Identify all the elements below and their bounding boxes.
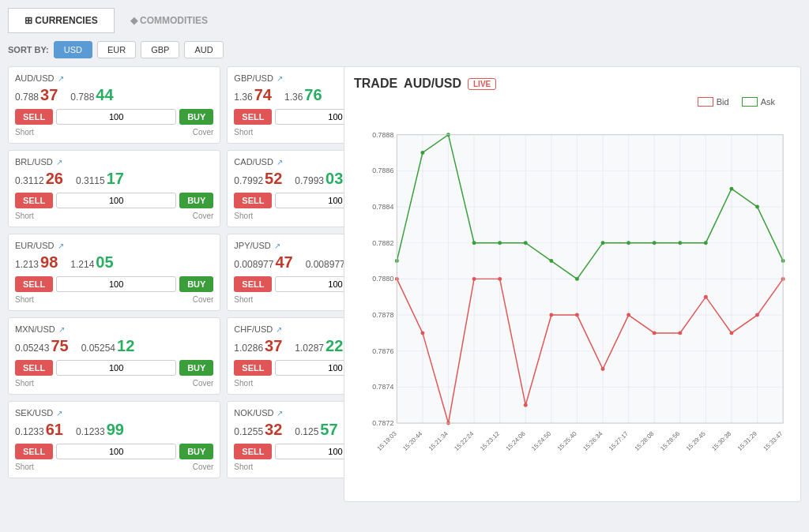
svg-point-77 [653, 331, 657, 335]
svg-text:0.7876: 0.7876 [372, 347, 393, 355]
sell-button[interactable]: SELL [15, 109, 53, 125]
pair-symbol: SEK/USD [15, 408, 53, 418]
trend-icon: ↗ [277, 158, 283, 167]
svg-text:15:25:40: 15:25:40 [556, 430, 579, 453]
qty-input[interactable] [56, 444, 176, 459]
buy-button[interactable]: BUY [179, 193, 213, 208]
prices-row: 0.1233 61 0.1233 99 [15, 421, 213, 439]
chart-symbol: AUD/USD [404, 77, 461, 91]
sell-button[interactable]: SELL [15, 360, 53, 376]
prices-row: 0.05243 75 0.05254 12 [15, 337, 213, 355]
sell-button[interactable]: SELL [15, 193, 53, 208]
qty-input[interactable] [56, 360, 176, 376]
buy-price-main: 0.125 [295, 426, 318, 437]
sell-price-display: 0.008977 47 [234, 253, 292, 272]
bid-color-box [698, 97, 713, 107]
qty-input[interactable] [56, 193, 176, 208]
short-label: Short [15, 212, 34, 220]
short-cover-row: Short Cover [15, 212, 213, 220]
ask-color-box [742, 97, 758, 107]
sell-price-main: 0.008977 [234, 259, 273, 270]
currencies-icon: ⊞ [24, 15, 32, 26]
live-badge: LIVE [468, 78, 496, 90]
sell-price-main: 0.788 [15, 92, 39, 103]
qty-input[interactable] [56, 276, 176, 292]
buy-price-display: 0.05254 12 [81, 337, 135, 355]
currencies-label: CURRENCIES [35, 15, 97, 26]
sell-button[interactable]: SELL [15, 444, 53, 459]
sell-button[interactable]: SELL [234, 193, 272, 208]
buy-price-main: 0.788 [70, 92, 94, 103]
sell-price-col: 0.1255 32 [234, 421, 282, 439]
buy-price-big: 03 [325, 170, 343, 188]
sell-price-display: 0.7992 52 [234, 170, 282, 188]
sell-price-main: 0.05243 [15, 343, 49, 354]
svg-point-71 [498, 277, 502, 281]
sell-button[interactable]: SELL [234, 360, 272, 376]
svg-point-65 [755, 205, 759, 209]
buy-button[interactable]: BUY [179, 444, 213, 459]
sell-button[interactable]: SELL [15, 276, 53, 292]
sell-price-col: 0.3112 26 [15, 170, 63, 188]
sell-price-big: 98 [40, 253, 58, 272]
sort-usd[interactable]: USD [54, 41, 92, 58]
sort-gbp[interactable]: GBP [141, 41, 179, 58]
sell-button[interactable]: SELL [234, 109, 272, 125]
sell-button[interactable]: SELL [234, 276, 272, 292]
buy-price-main: 0.3115 [76, 175, 105, 186]
svg-text:0.7888: 0.7888 [372, 131, 393, 139]
qty-input[interactable] [56, 109, 176, 125]
pair-symbol: AUD/USD [15, 73, 55, 83]
svg-text:15:24:06: 15:24:06 [505, 430, 528, 453]
svg-point-68 [420, 331, 424, 335]
buy-button[interactable]: BUY [179, 360, 213, 376]
buy-price-big: 99 [107, 421, 124, 439]
sell-price-main: 0.3112 [15, 175, 44, 186]
svg-point-57 [549, 259, 553, 263]
short-label: Short [15, 128, 34, 137]
svg-text:15:19:03: 15:19:03 [376, 430, 399, 453]
short-label: Short [234, 295, 253, 304]
buy-price-col: 0.1233 99 [76, 421, 124, 439]
chart-legend: Bid Ask [354, 97, 775, 107]
buy-price-main: 0.7993 [295, 175, 324, 186]
svg-text:0.7880: 0.7880 [372, 275, 393, 283]
pair-symbol: GBP/USD [234, 73, 273, 83]
svg-point-72 [524, 403, 528, 407]
pair-card-BRLUSD: BRL/USD ↗ 0.3112 26 0.3115 17 [8, 150, 220, 227]
short-cover-row: Short Cover [15, 379, 213, 388]
btn-row: SELL BUY [15, 360, 213, 376]
short-label: Short [234, 212, 253, 220]
pair-symbol: EUR/USD [15, 241, 55, 250]
pair-card-AUDUSD: AUD/USD ↗ 0.788 37 0.788 44 [8, 66, 220, 144]
commodities-icon: ◆ [130, 15, 137, 26]
legend-ask: Ask [742, 97, 775, 107]
tab-commodities[interactable]: ◆ COMMODITIES [115, 9, 224, 32]
sort-label: SORT BY: [8, 45, 49, 54]
svg-point-80 [729, 331, 733, 335]
chart-panel: TRADE AUD/USD LIVE Bid Ask 0.78880.78860… [344, 66, 801, 502]
svg-point-74 [575, 313, 579, 317]
sort-eur[interactable]: EUR [97, 41, 136, 58]
chart-area: 0.78880.78860.78840.78820.78800.78780.78… [354, 113, 791, 492]
sell-button[interactable]: SELL [234, 444, 272, 459]
pair-header: AUD/USD ↗ [15, 73, 213, 83]
buy-button[interactable]: BUY [179, 276, 213, 292]
svg-point-61 [653, 241, 657, 245]
sell-price-col: 0.788 37 [15, 86, 58, 104]
buy-price-display: 0.1233 99 [76, 421, 124, 439]
pair-card-SEKUSD: SEK/USD ↗ 0.1233 61 0.1233 99 [8, 401, 220, 478]
pair-header: BRL/USD ↗ [15, 157, 213, 167]
svg-text:15:22:24: 15:22:24 [453, 430, 476, 453]
buy-button[interactable]: BUY [179, 109, 213, 125]
svg-point-58 [575, 277, 579, 281]
tab-currencies[interactable]: ⊞ CURRENCIES [8, 8, 115, 33]
sort-aud[interactable]: AUD [184, 41, 223, 58]
cover-label: Cover [193, 295, 214, 304]
buy-price-big: 17 [107, 170, 124, 188]
sell-price-main: 0.7992 [234, 175, 263, 186]
commodities-label: COMMODITIES [140, 15, 208, 26]
pair-symbol: BRL/USD [15, 157, 53, 167]
svg-text:15:23:12: 15:23:12 [479, 430, 501, 452]
buy-price-display: 0.7993 03 [295, 170, 343, 188]
